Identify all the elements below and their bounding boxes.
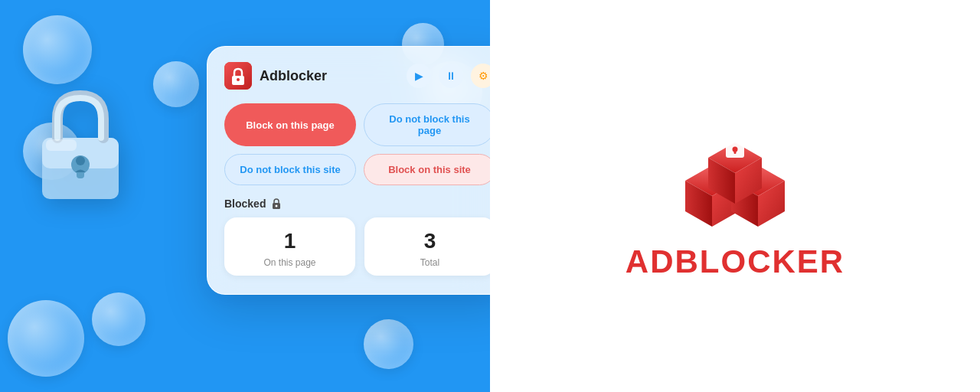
app-title: Adblocker [260, 68, 327, 84]
pause-button[interactable]: ⏸ [439, 64, 463, 88]
card-title-group: Adblocker [224, 62, 327, 90]
lock-3d-left [31, 84, 130, 207]
total-count: 3 [377, 228, 483, 254]
svg-rect-23 [733, 149, 736, 154]
right-section: ADBLOCKER [490, 0, 980, 392]
lock-icon [270, 198, 283, 210]
brand-text: ADBLOCKER [626, 243, 844, 280]
bubble-2 [153, 61, 199, 107]
bubble-1 [23, 15, 92, 84]
play-button[interactable]: ▶ [407, 64, 431, 88]
gear-icon: ⚙ [479, 70, 488, 82]
svg-point-11 [276, 205, 278, 207]
brand-icon-svg [674, 112, 796, 234]
app-icon [224, 62, 252, 90]
bubble-5 [92, 292, 145, 346]
pause-icon: ⏸ [446, 70, 456, 82]
block-site-button[interactable]: Block on this site [364, 154, 490, 185]
svg-point-4 [76, 156, 85, 165]
stats-row: 1 On this page 3 Total [224, 217, 490, 276]
action-buttons-grid: Block on this page Do not block this pag… [224, 103, 490, 185]
svg-rect-5 [46, 139, 77, 151]
do-not-block-page-button[interactable]: Do not block this page [364, 103, 490, 146]
blocked-label: Blocked [224, 198, 490, 210]
svg-point-9 [237, 78, 240, 81]
left-section: Adblocker ▶ ⏸ ⚙ Block on this page Do no… [0, 0, 490, 392]
on-page-stat: 1 On this page [224, 217, 355, 276]
total-stat: 3 Total [364, 217, 490, 276]
adblocker-card: Adblocker ▶ ⏸ ⚙ Block on this page Do no… [207, 46, 490, 295]
card-header: Adblocker ▶ ⏸ ⚙ [224, 62, 490, 90]
do-not-block-site-button[interactable]: Do not block this site [224, 154, 356, 185]
total-label: Total [377, 257, 483, 268]
block-page-button[interactable]: Block on this page [224, 103, 356, 146]
card-controls: ▶ ⏸ ⚙ [407, 64, 490, 88]
brand-logo: ADBLOCKER [626, 112, 844, 280]
play-icon: ▶ [415, 70, 423, 82]
bubble-8 [364, 319, 413, 369]
on-page-label: On this page [237, 257, 343, 268]
bubble-4 [8, 300, 84, 377]
settings-button[interactable]: ⚙ [471, 64, 490, 88]
on-page-count: 1 [237, 228, 343, 254]
